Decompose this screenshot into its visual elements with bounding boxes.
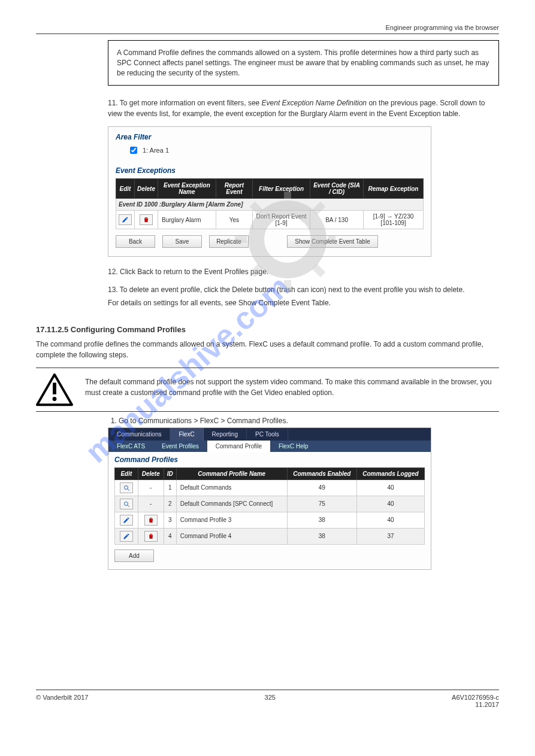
warning-text: The default command profile does not sup… bbox=[85, 373, 499, 398]
trash-icon[interactable] bbox=[144, 515, 158, 526]
subtab-command-profile[interactable]: Command Profile bbox=[207, 441, 270, 452]
subtab-event-profiles[interactable]: Event Profiles bbox=[153, 441, 207, 452]
section-heading: 17.11.2.5 Configuring Command Profiles bbox=[36, 325, 499, 334]
row-id: 4 bbox=[164, 528, 176, 544]
replicate-button[interactable]: Replicate bbox=[209, 235, 249, 248]
col-filter: Filter Exception bbox=[252, 179, 310, 199]
row-remap: [1-9] → YZ/230 [101-109] bbox=[363, 211, 423, 229]
show-complete-event-table-button[interactable]: Show Complete Event Table bbox=[287, 235, 378, 248]
footer-left: © Vanderbilt 2017 bbox=[36, 694, 88, 708]
trash-icon[interactable] bbox=[144, 531, 158, 542]
info-box: A Command Profile defines the commands a… bbox=[108, 40, 499, 86]
footer-center: 325 bbox=[265, 694, 276, 708]
row-enabled: 38 bbox=[287, 512, 356, 528]
info-box-text: A Command Profile defines the commands a… bbox=[117, 48, 489, 77]
table-row: -2Default Commands [SPC Connect]7540 bbox=[115, 496, 425, 512]
save-button[interactable]: Save bbox=[162, 235, 202, 248]
para1-link: Event Exception Name Definition bbox=[262, 99, 367, 107]
area-1-checkbox-row: 1: Area 1 bbox=[128, 145, 424, 156]
table-row: 4Command Profile 43837 bbox=[115, 528, 425, 544]
row-delete: - bbox=[138, 479, 164, 496]
header-right: Engineer programming via the browser bbox=[385, 24, 499, 31]
table-row: 3Command Profile 33840 bbox=[115, 512, 425, 528]
tabs-main: Communications FlexC Reporting PC Tools bbox=[108, 428, 431, 441]
step-13a: 13. To delete an event profile, click th… bbox=[108, 284, 499, 295]
add-button[interactable]: Add bbox=[114, 549, 154, 562]
table-row: -1Default Commands4940 bbox=[115, 479, 425, 496]
trash-icon[interactable] bbox=[140, 214, 153, 225]
figure-event-exceptions: Area Filter 1: Area 1 Event Exceptions E… bbox=[108, 126, 499, 257]
row-delete: - bbox=[138, 496, 164, 512]
row-name: Default Commands [SPC Connect] bbox=[176, 496, 287, 512]
row-id: 1 bbox=[164, 479, 176, 496]
svg-rect-11 bbox=[53, 383, 56, 394]
view-icon[interactable] bbox=[120, 482, 133, 493]
command-profiles-title: Command Profiles bbox=[114, 456, 425, 464]
edit-icon[interactable] bbox=[119, 214, 132, 225]
row-enabled: 75 bbox=[287, 496, 356, 512]
col-code: Event Code (SIA / CID) bbox=[310, 179, 364, 199]
row-enabled: 49 bbox=[287, 479, 356, 496]
svg-point-15 bbox=[124, 502, 128, 505]
svg-point-13 bbox=[124, 485, 128, 489]
footer-right: A6V10276959-c 11.2017 bbox=[452, 694, 499, 708]
table-row: Burglary Alarm Yes Don't Report Event [1… bbox=[116, 211, 424, 229]
row-logged: 40 bbox=[356, 512, 424, 528]
footer: © Vanderbilt 2017 325 A6V10276959-c 11.2… bbox=[36, 694, 499, 708]
row-delete bbox=[138, 528, 164, 544]
row-name: Command Profile 4 bbox=[176, 528, 287, 544]
col-edit: Edit bbox=[116, 179, 135, 199]
svg-line-16 bbox=[128, 505, 129, 507]
row-name: Burglary Alarm bbox=[158, 211, 216, 229]
col-name: Event Exception Name bbox=[158, 179, 216, 199]
section-body: The command profile defines the commands… bbox=[36, 339, 499, 360]
event-exceptions-title: Event Exceptions bbox=[116, 166, 424, 175]
row-logged: 37 bbox=[356, 528, 424, 544]
command-profiles-table: Edit Delete ID Command Profile Name Comm… bbox=[114, 467, 425, 545]
edit-icon[interactable] bbox=[120, 531, 133, 542]
row-name: Default Commands bbox=[176, 479, 287, 496]
view-icon[interactable] bbox=[120, 499, 133, 509]
step-12: 12. Click Back to return to the Event Pr… bbox=[108, 266, 499, 277]
row-logged: 40 bbox=[356, 479, 424, 496]
tabs-sub: FlexC ATS Event Profiles Command Profile… bbox=[108, 441, 431, 452]
back-button[interactable]: Back bbox=[116, 235, 155, 248]
col-delete: Delete bbox=[135, 179, 158, 199]
svg-line-14 bbox=[128, 489, 129, 491]
para1-lead: 11. To get more information on event fil… bbox=[108, 99, 262, 107]
col-remap: Remap Exception bbox=[363, 179, 423, 199]
step-13b: For details on settings for all events, … bbox=[108, 297, 499, 308]
subtab-flexc-help[interactable]: FlexC Help bbox=[270, 441, 316, 452]
paragraph-11: 11. To get more information on event fil… bbox=[108, 98, 499, 119]
tab-communications[interactable]: Communications bbox=[108, 428, 170, 441]
area-1-checkbox[interactable] bbox=[130, 147, 137, 154]
event-exceptions-table: Edit Delete Event Exception Name Report … bbox=[116, 178, 424, 229]
row-logged: 40 bbox=[356, 496, 424, 512]
row-enabled: 38 bbox=[287, 528, 356, 544]
tab-flexc[interactable]: FlexC bbox=[170, 428, 203, 441]
row-delete bbox=[138, 512, 164, 528]
warning-icon bbox=[36, 373, 73, 406]
tab-reporting[interactable]: Reporting bbox=[204, 428, 247, 441]
cp-col-edit: Edit bbox=[115, 467, 138, 479]
cp-col-enabled: Commands Enabled bbox=[287, 467, 356, 479]
area-1-label: 1: Area 1 bbox=[143, 147, 169, 154]
col-report: Report Event bbox=[216, 179, 252, 199]
row-code: BA / 130 bbox=[310, 211, 364, 229]
row-id: 2 bbox=[164, 496, 176, 512]
cp-col-id: ID bbox=[164, 467, 176, 479]
row-id: 3 bbox=[164, 512, 176, 528]
tab-pc-tools[interactable]: PC Tools bbox=[247, 428, 288, 441]
edit-icon[interactable] bbox=[120, 515, 133, 526]
step-1: Go to Communications > FlexC > Command P… bbox=[119, 415, 499, 427]
row-name: Command Profile 3 bbox=[176, 512, 287, 528]
event-group-row: Event ID 1000 :Burglary Alarm [Alarm Zon… bbox=[116, 199, 424, 211]
cp-col-delete: Delete bbox=[138, 467, 164, 479]
figure-command-profiles: Communications FlexC Reporting PC Tools … bbox=[108, 427, 499, 570]
warning-block: The default command profile does not sup… bbox=[36, 373, 499, 406]
area-filter-title: Area Filter bbox=[116, 133, 424, 141]
subtab-flexc-ats[interactable]: FlexC ATS bbox=[108, 441, 153, 452]
cp-col-logged: Commands Logged bbox=[356, 467, 424, 479]
row-report: Yes bbox=[216, 211, 252, 229]
row-filter: Don't Report Event [1-9] bbox=[252, 211, 310, 229]
